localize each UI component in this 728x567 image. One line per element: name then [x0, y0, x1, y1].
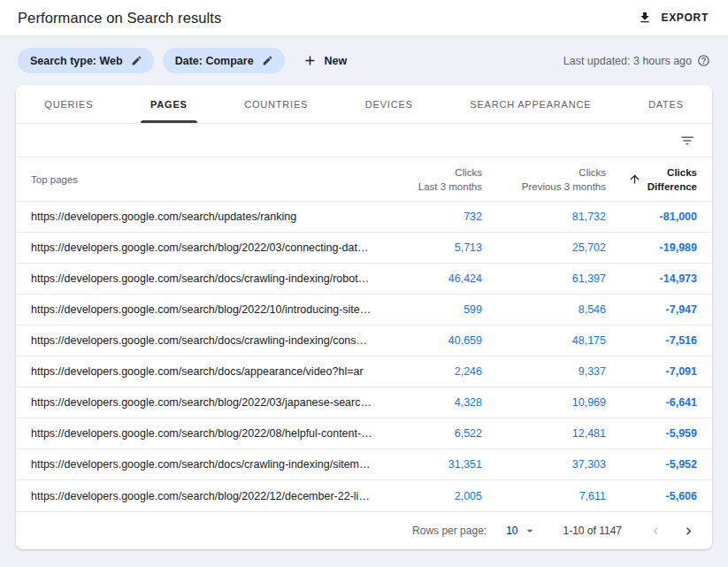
table-row[interactable]: https://developers.google.com/search/blo… — [16, 418, 712, 449]
export-button[interactable]: EXPORT — [638, 11, 709, 25]
page-url[interactable]: https://developers.google.com/search/blo… — [31, 427, 383, 440]
clicks-difference-value: -7,091 — [606, 365, 697, 378]
clicks-difference-value: -6,641 — [606, 396, 697, 409]
table-row[interactable]: https://developers.google.com/search/doc… — [16, 356, 712, 387]
table-filter-row — [16, 124, 712, 157]
table-body: https://developers.google.com/search/upd… — [16, 202, 712, 511]
page-url[interactable]: https://developers.google.com/search/doc… — [31, 334, 383, 347]
clicks-last-value: 4,328 — [383, 396, 482, 409]
page-url[interactable]: https://developers.google.com/search/doc… — [31, 272, 383, 285]
tab-label: DATES — [648, 99, 684, 110]
table-row[interactable]: https://developers.google.com/search/blo… — [16, 480, 712, 511]
column-header-line: Previous 3 months — [482, 180, 606, 194]
filter-toolbar: Search type: Web Date: Compare New Last … — [0, 36, 728, 85]
clicks-previous-value: 10,969 — [482, 396, 606, 409]
clicks-last-value: 31,351 — [383, 458, 482, 471]
previous-page-button[interactable] — [647, 522, 665, 540]
table-header: Top pages Clicks Last 3 months Clicks Pr… — [16, 157, 712, 202]
column-header-line: Difference — [648, 180, 697, 194]
clicks-last-value: 6,522 — [383, 427, 482, 440]
clicks-previous-value: 37,303 — [482, 458, 606, 471]
column-header-lines: Clicks Difference — [648, 165, 697, 194]
plus-icon — [303, 53, 318, 68]
tab-label: SEARCH APPEARANCE — [470, 99, 591, 110]
page-url[interactable]: https://developers.google.com/search/blo… — [31, 241, 383, 254]
clicks-difference-value: -7,516 — [606, 334, 697, 347]
caret-down-icon — [523, 524, 537, 538]
search-type-chip[interactable]: Search type: Web — [18, 48, 154, 73]
table-row[interactable]: https://developers.google.com/search/doc… — [16, 264, 712, 295]
table-row[interactable]: https://developers.google.com/search/blo… — [16, 295, 712, 326]
table-row[interactable]: https://developers.google.com/search/doc… — [16, 449, 712, 480]
clicks-last-value: 2,246 — [383, 365, 482, 378]
page-title: Performance on Search results — [18, 10, 221, 27]
next-page-button[interactable] — [679, 522, 698, 540]
clicks-previous-value: 8,546 — [482, 303, 606, 316]
clicks-difference-value: -5,959 — [606, 427, 697, 440]
clicks-difference-value: -81,000 — [606, 211, 697, 223]
pencil-icon — [131, 55, 142, 66]
date-compare-chip[interactable]: Date: Compare — [163, 48, 285, 73]
tab[interactable]: DEVICES — [337, 85, 441, 123]
clicks-previous-value: 12,481 — [482, 427, 606, 440]
clicks-last-value: 599 — [383, 303, 482, 316]
last-updated-text: Last updated: 3 hours ago — [563, 55, 692, 67]
download-icon — [638, 11, 652, 25]
column-header-pages: Top pages — [31, 172, 383, 187]
page-url[interactable]: https://developers.google.com/search/blo… — [31, 396, 383, 409]
export-label: EXPORT — [661, 11, 709, 24]
rows-per-page-label: Rows per page: — [412, 525, 487, 537]
page-url[interactable]: https://developers.google.com/search/blo… — [31, 490, 383, 502]
page-url[interactable]: https://developers.google.com/search/blo… — [31, 303, 383, 316]
clicks-last-value: 40,659 — [383, 334, 482, 347]
rows-per-page-select[interactable]: 10 — [506, 524, 536, 538]
table-row[interactable]: https://developers.google.com/search/upd… — [16, 202, 712, 233]
tab[interactable]: COUNTRIES — [216, 85, 337, 123]
chevron-left-icon — [648, 524, 663, 539]
tab[interactable]: QUERIES — [16, 85, 122, 123]
filter-list-icon[interactable] — [679, 133, 695, 149]
search-type-chip-label: Search type: Web — [30, 55, 123, 67]
page-url[interactable]: https://developers.google.com/search/upd… — [31, 211, 383, 223]
table-row[interactable]: https://developers.google.com/search/doc… — [16, 326, 712, 356]
new-filter-label: New — [325, 55, 348, 67]
chevron-right-icon — [681, 524, 696, 539]
tab-label: QUERIES — [44, 99, 93, 110]
new-filter-button[interactable]: New — [303, 53, 348, 68]
column-header-line: Clicks — [648, 165, 697, 180]
table-row[interactable]: https://developers.google.com/search/blo… — [16, 387, 712, 418]
clicks-last-value: 2,005 — [383, 490, 482, 502]
clicks-previous-value: 9,337 — [482, 365, 606, 378]
clicks-last-value: 5,713 — [383, 241, 482, 254]
clicks-difference-value: -5,606 — [606, 490, 697, 502]
clicks-previous-value: 81,732 — [482, 211, 606, 223]
page-url[interactable]: https://developers.google.com/search/doc… — [31, 458, 383, 471]
arrow-up-icon — [628, 172, 641, 186]
clicks-last-value: 732 — [383, 211, 482, 223]
date-compare-chip-label: Date: Compare — [175, 55, 254, 67]
pagination-range: 1-10 of 1147 — [563, 525, 623, 537]
column-header-clicks-previous[interactable]: Clicks Previous 3 months — [482, 165, 606, 194]
clicks-previous-value: 48,175 — [482, 334, 606, 347]
column-header-line: Clicks — [383, 165, 482, 180]
tab-label: COUNTRIES — [244, 99, 308, 110]
rows-per-page-value: 10 — [506, 525, 517, 537]
tab-label: DEVICES — [365, 99, 413, 110]
column-header-line: Last 3 months — [383, 180, 482, 194]
column-header-line: Clicks — [482, 165, 606, 180]
tab[interactable]: SEARCH APPEARANCE — [441, 85, 620, 123]
table-row[interactable]: https://developers.google.com/search/blo… — [16, 233, 712, 264]
tab[interactable]: PAGES — [122, 85, 216, 123]
column-header-clicks-last[interactable]: Clicks Last 3 months — [383, 165, 482, 194]
column-header-clicks-difference[interactable]: Clicks Difference — [606, 165, 697, 194]
clicks-previous-value: 7,611 — [482, 490, 606, 502]
clicks-difference-value: -19,989 — [606, 241, 697, 254]
tab-label: PAGES — [150, 99, 188, 110]
top-bar: Performance on Search results EXPORT — [0, 0, 728, 36]
tab[interactable]: DATES — [620, 85, 712, 123]
pencil-icon — [262, 55, 273, 66]
clicks-previous-value: 61,397 — [482, 272, 606, 285]
help-icon[interactable] — [697, 54, 710, 67]
filter-chips: Search type: Web Date: Compare New — [18, 48, 347, 73]
page-url[interactable]: https://developers.google.com/search/doc… — [31, 365, 383, 378]
